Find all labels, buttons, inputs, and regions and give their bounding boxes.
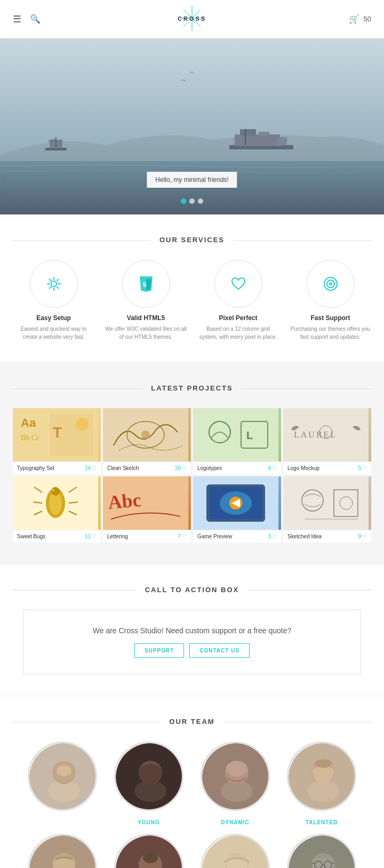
header-left: ☰ 🔍 (13, 13, 41, 25)
service-desc-2: Based on a 12 column grid system, with e… (197, 325, 279, 341)
project-item-sketch[interactable]: Clean Sketch 20 ♡ (103, 408, 191, 474)
team-photo-1 (29, 743, 97, 811)
team-avatar-2 (114, 742, 183, 811)
team-member-8 (283, 834, 361, 868)
projects-grid: Aa Bb Cc T Typography Set 14 ♡ (13, 408, 371, 543)
project-label-sketched: Sketched Idea 9 ♡ (283, 530, 371, 543)
hero-caption: Hello, my minimal friends! (147, 172, 237, 188)
hero-dot-3[interactable] (198, 198, 203, 204)
team-label-young: YOUNG (110, 819, 188, 825)
svg-text:T: T (53, 424, 62, 441)
svg-text:L: L (246, 429, 253, 441)
hero-dot-1[interactable] (181, 198, 186, 204)
cta-title: CALL TO ACTION BOX (13, 586, 371, 594)
project-label-typography: Typography Set 14 ♡ (13, 461, 101, 474)
services-grid: Easy Setup Easiest and quickest way to c… (13, 260, 371, 341)
service-desc-1: We offer W3C validated files on all of o… (105, 325, 187, 341)
svg-rect-57 (283, 476, 369, 530)
project-heart-bugs[interactable]: 11 ♡ (85, 533, 97, 539)
team-photo-8 (289, 835, 356, 868)
gear-icon (44, 274, 63, 293)
team-labels-row1: - YOUNG DYNAMIC TALENTED (13, 815, 371, 825)
project-name-game: Game Preview (197, 533, 233, 539)
project-heart-typography[interactable]: 14 ♡ (85, 465, 97, 471)
support-button[interactable]: SUPPORT (134, 643, 184, 658)
cta-buttons: SUPPORT CONTACT US (40, 643, 344, 658)
team-photo-5 (29, 835, 97, 868)
project-item-logotypes[interactable]: L Logotypes 8 ♡ (193, 408, 281, 474)
hero-section: Hello, my minimal friends! (0, 38, 384, 214)
project-thumb-sketched (283, 476, 371, 530)
hero-dot-2[interactable] (189, 198, 195, 204)
team-avatar-8 (287, 834, 356, 868)
project-label-logomock: Logo Mockup 5 ♡ (283, 461, 371, 474)
project-item-typography[interactable]: Aa Bb Cc T Typography Set 14 ♡ (13, 408, 101, 474)
team-label-dynamic: DYNAMIC (196, 819, 274, 825)
svg-text:5: 5 (143, 281, 147, 289)
svg-rect-16 (277, 137, 287, 146)
service-easy-setup: Easy Setup Easiest and quickest way to c… (13, 260, 94, 341)
svg-point-20 (324, 277, 337, 290)
team-member-2 (110, 742, 188, 811)
svg-rect-14 (259, 132, 269, 136)
project-label-sketch: Clean Sketch 20 ♡ (103, 461, 191, 474)
project-image-logomock: LAUREL (283, 408, 369, 461)
project-heart-game[interactable]: 3 ♡ (268, 533, 277, 539)
cta-text: We are Cross Studio! Need custom support… (40, 626, 344, 635)
project-heart-logotypes[interactable]: 8 ♡ (268, 465, 277, 471)
project-item-sketched[interactable]: Sketched Idea 9 ♡ (283, 476, 371, 543)
project-label-lettering: Lettering 7 ♡ (103, 530, 191, 543)
project-item-lettering[interactable]: Abc Lettering 7 ♡ (103, 476, 191, 543)
project-item-bugs[interactable]: Sweet Bugs 11 ♡ (13, 476, 101, 543)
svg-point-83 (143, 853, 158, 863)
project-item-logomock[interactable]: LAUREL Logo Mockup 5 ♡ (283, 408, 371, 474)
project-item-game[interactable]: Game Preview 3 ♡ (193, 476, 281, 543)
project-label-bugs: Sweet Bugs 11 ♡ (13, 530, 101, 543)
svg-text:CROSS: CROSS (178, 15, 206, 22)
project-heart-sketched[interactable]: 9 ♡ (358, 533, 367, 539)
services-title: OUR SERVICES (13, 236, 371, 244)
svg-point-31 (141, 431, 150, 439)
team-member-1 (23, 742, 101, 811)
menu-icon[interactable]: ☰ (13, 13, 21, 25)
project-name-typography: Typography Set (17, 465, 54, 471)
project-count-logomock: 5 (358, 465, 361, 471)
project-name-lettering: Lettering (107, 533, 128, 539)
service-name-3: Fast Support (311, 314, 350, 322)
project-heart-logomock[interactable]: 5 ♡ (358, 465, 367, 471)
svg-point-17 (51, 281, 57, 286)
svg-text:LAUREL: LAUREL (294, 430, 337, 439)
team-avatar-6 (114, 834, 183, 868)
team-avatar-3 (201, 742, 270, 811)
cart-icon[interactable]: 🛒 (349, 14, 359, 24)
team-member-3 (196, 742, 274, 811)
project-image-sketch (103, 408, 188, 461)
team-photo-4 (289, 743, 356, 811)
svg-point-22 (330, 283, 332, 285)
service-html5: 5 Valid HTML5 We offer W3C validated fil… (105, 260, 187, 341)
svg-text:Aa: Aa (21, 416, 36, 429)
cart-count: 50 (364, 15, 371, 23)
project-name-sketched: Sketched Idea (287, 533, 322, 539)
svg-point-48 (51, 487, 60, 496)
header: ☰ 🔍 CROSS 🛒 50 (0, 0, 384, 38)
search-icon[interactable]: 🔍 (30, 14, 41, 24)
project-count-sketch: 20 (175, 465, 181, 471)
project-thumb-typography: Aa Bb Cc T (13, 408, 101, 461)
svg-point-49 (52, 489, 54, 491)
service-icon-gear (30, 260, 78, 308)
team-avatar-5 (28, 834, 97, 868)
projects-section: LATEST PROJECTS Aa Bb Cc T Typography Se… (0, 363, 384, 564)
svg-rect-6 (0, 161, 384, 214)
project-image-sketched (283, 476, 369, 530)
logo-area: CROSS (177, 3, 207, 35)
project-heart-sketch[interactable]: 20 ♡ (175, 465, 187, 471)
contact-button[interactable]: CONTACT US (189, 643, 250, 658)
cart-area[interactable]: 🛒 50 (349, 14, 371, 24)
hero-background (0, 38, 384, 214)
project-image-game (193, 476, 278, 530)
project-image-bugs (13, 476, 98, 530)
project-heart-lettering[interactable]: 7 ♡ (178, 533, 187, 539)
project-count-bugs: 11 (85, 533, 91, 539)
service-support: Fast Support Purchasing our themes offer… (290, 260, 371, 341)
